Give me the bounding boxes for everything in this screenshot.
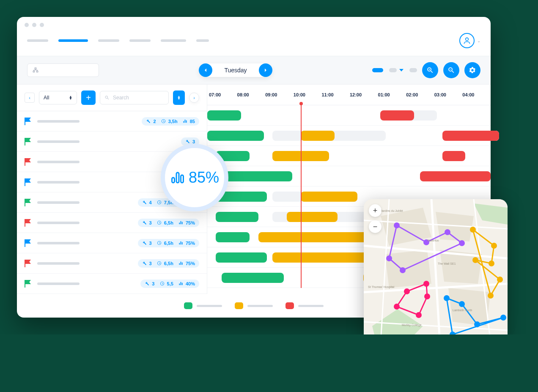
user-icon bbox=[463, 36, 471, 45]
min-dot[interactable] bbox=[32, 23, 36, 27]
bar-chart-icon bbox=[170, 170, 185, 185]
svg-point-36 bbox=[459, 240, 465, 246]
svg-point-40 bbox=[491, 243, 497, 249]
svg-rect-19 bbox=[179, 284, 180, 285]
timeline-task[interactable] bbox=[216, 232, 250, 242]
timeline-task[interactable] bbox=[222, 273, 284, 283]
settings-button[interactable] bbox=[464, 62, 480, 78]
svg-point-38 bbox=[386, 255, 392, 261]
resource-name bbox=[37, 262, 80, 265]
svg-rect-16 bbox=[179, 263, 180, 265]
tab-3[interactable] bbox=[98, 39, 119, 42]
zoom-in-button[interactable] bbox=[422, 62, 438, 78]
tab-1[interactable] bbox=[27, 39, 48, 42]
time-label: 12:00 bbox=[350, 92, 378, 97]
filter-select[interactable]: All ▲▼ bbox=[39, 91, 77, 104]
timeline-task[interactable] bbox=[380, 110, 414, 121]
resource-row[interactable]: 3 6,5h 75% bbox=[17, 213, 207, 233]
timeline-task[interactable] bbox=[442, 131, 499, 141]
map-zoom-out[interactable]: − bbox=[369, 220, 382, 233]
add-button[interactable]: + bbox=[81, 90, 96, 105]
tab-2-active[interactable] bbox=[58, 39, 88, 42]
time-label: 02:00 bbox=[406, 92, 434, 97]
timeline-task[interactable] bbox=[301, 192, 357, 202]
svg-rect-21 bbox=[182, 283, 183, 285]
tab-5[interactable] bbox=[161, 39, 186, 42]
svg-rect-10 bbox=[179, 223, 180, 225]
svg-point-42 bbox=[472, 257, 478, 263]
current-time-line bbox=[301, 103, 302, 288]
stats-badge: 3 6,5h 75% bbox=[138, 219, 199, 227]
svg-point-48 bbox=[416, 312, 422, 318]
utilization-gauge: 85% bbox=[161, 144, 228, 211]
time-header: 07:0008:0009:0010:0011:0012:0001:0002:00… bbox=[207, 85, 491, 105]
map-zoom-controls: + − bbox=[369, 204, 382, 233]
legend-yellow bbox=[235, 302, 273, 309]
flag-icon bbox=[25, 280, 31, 288]
timeline-task[interactable] bbox=[207, 110, 241, 121]
zoom-out-button[interactable] bbox=[443, 62, 459, 78]
timeline-task[interactable] bbox=[216, 212, 258, 222]
timeline-task[interactable] bbox=[207, 131, 264, 141]
sort-arrows-icon: ▲▼ bbox=[69, 96, 72, 100]
nav-tabs: ⌄ bbox=[17, 33, 491, 56]
svg-rect-14 bbox=[181, 241, 181, 244]
zoom-in-icon bbox=[426, 66, 434, 74]
sort-button[interactable]: ▲▼ bbox=[173, 90, 185, 105]
view-opt-1[interactable] bbox=[372, 68, 383, 72]
svg-point-45 bbox=[423, 281, 429, 287]
svg-rect-17 bbox=[181, 262, 181, 265]
gear-icon bbox=[469, 66, 476, 74]
timeline-row bbox=[207, 105, 491, 126]
timeline-task[interactable] bbox=[301, 131, 335, 141]
svg-text:Jardins du Jubilé: Jardins du Jubilé bbox=[381, 209, 403, 212]
collapse-button[interactable]: ‹ bbox=[25, 93, 35, 103]
resource-row[interactable]: 3 6,5h 75% bbox=[17, 253, 207, 274]
resource-row[interactable]: 2 3,5h 85 bbox=[17, 111, 207, 132]
org-selector[interactable] bbox=[27, 63, 99, 77]
map-zoom-in[interactable]: + bbox=[369, 204, 382, 217]
time-label: 07:00 bbox=[209, 92, 237, 97]
svg-point-0 bbox=[466, 38, 469, 41]
max-dot[interactable] bbox=[40, 23, 44, 27]
expand-button[interactable]: › bbox=[189, 93, 199, 103]
timeline-task[interactable] bbox=[442, 151, 465, 161]
resource-name bbox=[37, 282, 80, 285]
timeline-task[interactable] bbox=[216, 252, 267, 263]
view-opt-3[interactable] bbox=[409, 68, 417, 72]
filter-row: ‹ All ▲▼ + Search ▲▼ › bbox=[17, 85, 207, 111]
svg-rect-5 bbox=[184, 120, 185, 123]
svg-rect-1 bbox=[35, 68, 36, 69]
day-label: Tuesday bbox=[212, 67, 258, 74]
timeline-task[interactable] bbox=[420, 171, 491, 181]
prev-day-button[interactable] bbox=[199, 63, 212, 77]
svg-rect-23 bbox=[176, 173, 179, 183]
user-avatar[interactable] bbox=[459, 33, 475, 48]
search-input[interactable]: Search bbox=[100, 91, 169, 104]
svg-rect-18 bbox=[182, 263, 183, 265]
timeline-task[interactable] bbox=[287, 212, 338, 222]
close-dot[interactable] bbox=[25, 23, 29, 27]
flag-icon bbox=[25, 118, 31, 125]
svg-point-39 bbox=[470, 227, 476, 233]
svg-point-52 bbox=[474, 321, 480, 327]
resource-row[interactable]: 3 5,5 40% bbox=[17, 274, 207, 294]
resource-name bbox=[37, 140, 80, 143]
dropdown-caret-icon bbox=[399, 69, 404, 71]
route-map[interactable]: Jardins du Jubilé Waterloo Lambeth North… bbox=[364, 199, 508, 334]
next-day-button[interactable] bbox=[259, 63, 272, 77]
svg-point-46 bbox=[404, 288, 410, 294]
svg-point-35 bbox=[445, 229, 450, 235]
svg-rect-4 bbox=[183, 121, 184, 123]
flag-icon bbox=[25, 260, 31, 267]
time-label: 03:00 bbox=[434, 92, 463, 97]
legend-red bbox=[285, 302, 324, 309]
chevron-down-icon: ⌄ bbox=[477, 38, 480, 43]
tab-4[interactable] bbox=[129, 39, 151, 42]
svg-point-37 bbox=[400, 267, 406, 273]
tab-6[interactable] bbox=[196, 39, 209, 42]
view-opt-2[interactable] bbox=[389, 68, 397, 72]
resource-row[interactable]: 3 6,5h 75% bbox=[17, 233, 207, 253]
search-icon bbox=[104, 95, 110, 100]
svg-rect-12 bbox=[182, 222, 183, 225]
